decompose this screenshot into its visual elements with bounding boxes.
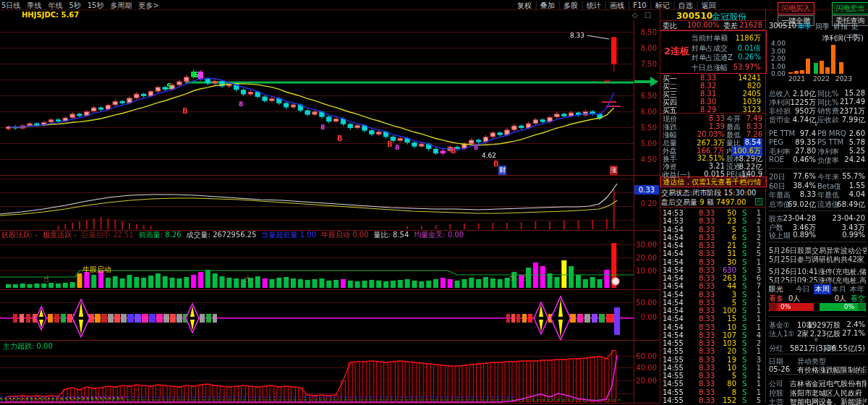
tick-count: 1 <box>757 364 761 372</box>
bull-pct: 0% <box>780 303 791 310</box>
bid-price: 8.32 <box>700 82 716 90</box>
bid-volume: 3123 <box>743 106 761 114</box>
tick-count: 7 <box>757 282 761 290</box>
financial-label: PS TTM <box>817 138 843 146</box>
menu-separator: │ <box>580 1 584 9</box>
performance-value: 68.49亿 <box>837 200 865 210</box>
tick-count: 2 <box>757 242 761 250</box>
bid-price: 8.33 <box>700 74 716 82</box>
f10-tab[interactable]: 财报 <box>833 22 848 32</box>
pointing-hand-icon: ☝ <box>522 272 527 283</box>
indicator-header-item: 成交量: 2672956.25 <box>187 231 257 239</box>
tick-count: 1 <box>757 226 761 234</box>
indicator-header-item: 当量超前量 1.00 <box>262 231 316 239</box>
performance-value: 1.55 <box>849 182 865 189</box>
holder-value: 23-04-20 <box>833 214 865 222</box>
mini-chart-bar <box>794 71 799 74</box>
tick-side: S <box>742 364 746 372</box>
tick-side: S <box>742 380 746 388</box>
tick-count: 1 <box>757 209 761 217</box>
tick-side: S <box>742 266 746 274</box>
mini-chart-bar <box>839 62 843 74</box>
bear-bar-icon <box>857 302 866 311</box>
finance-report-flag[interactable]: 财 <box>498 166 506 175</box>
axis-label: 50.00 <box>636 299 657 307</box>
quote-value: 7.49 <box>746 114 762 122</box>
mini-chart-bar <box>788 72 793 74</box>
period-menu-item[interactable]: 5日线 <box>1 1 20 9</box>
financial-label: PE TTM <box>769 129 795 137</box>
sentiment-tab[interactable]: 今日 <box>796 284 810 294</box>
period-menu-item[interactable]: 15秒 <box>88 1 104 9</box>
chart-tool-item[interactable]: 画线 <box>610 1 624 9</box>
financial-value: 5.78 <box>849 138 865 146</box>
tick-volume: 6 <box>732 234 736 242</box>
chart-tool-item[interactable]: 多股 <box>563 1 578 9</box>
period-menu-item[interactable]: 季线 <box>27 1 41 9</box>
high-price-label: 8.33 <box>570 32 584 39</box>
tick-side: S <box>742 323 746 331</box>
axis-label: 30.00 <box>636 241 657 249</box>
f10-tab[interactable]: 同季 <box>815 22 830 32</box>
bid-volume: 820 <box>747 82 761 90</box>
chart-tool-item[interactable]: 统计 <box>587 1 601 9</box>
corner-icons[interactable]: ◇ □ <box>632 11 653 19</box>
sentiment-tab[interactable]: 本月 <box>832 284 846 294</box>
flash-buy-button[interactable]: 闪电买入 <box>778 2 814 14</box>
tick-time: 14:55 <box>663 339 684 347</box>
sentiment-tab[interactable]: 本周 <box>814 284 831 294</box>
axis-label: 0.20 <box>641 200 657 208</box>
financial-value: 15.28 <box>844 89 865 97</box>
menu-separator: │ <box>534 1 538 9</box>
sentiment-tab[interactable]: 本年 <box>850 284 864 294</box>
tick-volume: 5 <box>732 372 736 380</box>
calendar-icon[interactable]: 日 <box>755 198 762 205</box>
limit-up-flag[interactable]: 涨 <box>610 166 618 175</box>
main-chart-canvas[interactable] <box>0 20 634 404</box>
period-menu-item[interactable]: 年线 <box>48 1 62 9</box>
indicator-value: 5.67 <box>61 11 80 19</box>
chart-tool-item[interactable]: 复权 <box>517 1 532 9</box>
divider <box>660 30 765 30</box>
f10-divider <box>768 242 867 242</box>
period-menu-item[interactable]: 5秒 <box>69 1 80 9</box>
period-menu-item[interactable]: 多周期 <box>110 1 132 9</box>
period-menu-item[interactable]: 更多> <box>138 1 158 9</box>
tick-time: 14:55 <box>663 356 684 364</box>
eight-marker: 8 <box>320 124 325 131</box>
institution-value: 2家 <box>797 329 809 339</box>
expand-arrow-icon[interactable]: ∨ <box>814 120 819 127</box>
menu-separator: │ <box>603 1 608 9</box>
f10-tab[interactable]: 单季 <box>797 22 812 32</box>
bear-bar: 0% <box>820 303 866 311</box>
chart-tool-item[interactable]: F10 <box>633 1 646 9</box>
menu-separator: │ <box>626 1 631 9</box>
buy-signal-marker: B <box>182 107 188 115</box>
tick-volume: 80 <box>727 380 736 388</box>
chart-tool-item[interactable]: 标记 <box>655 1 670 9</box>
tick-volume: 3 <box>732 291 736 299</box>
tick-side: S <box>742 258 746 266</box>
tick-side: S <box>742 226 746 234</box>
performance-value: 38.4% <box>793 182 816 189</box>
quote-value: 8.33 <box>709 114 725 122</box>
tick-volume: 10 <box>727 323 736 331</box>
institution-value: 2.4% <box>847 320 865 328</box>
limit-info-value: 0.26% <box>738 53 761 61</box>
chart-tool-item[interactable]: 叠加 <box>540 1 555 9</box>
mini-chart-bar <box>820 61 824 74</box>
divider <box>0 403 660 404</box>
f10-tab[interactable]: 更多.. <box>851 22 868 42</box>
price-axis-label: 8.50 <box>641 28 657 36</box>
bid-volume: 1039 <box>743 98 761 106</box>
axis-label: 20.00 <box>636 377 657 385</box>
expand-arrow-icon[interactable]: ∨ <box>814 336 819 343</box>
quote-label: 收益(一) <box>663 170 690 180</box>
tick-price: 8.33 <box>699 347 715 355</box>
tick-side: S <box>742 217 746 225</box>
mini-chart-ylabel: 1.00 <box>771 63 786 70</box>
flash-sell-button[interactable]: 闪电卖出 <box>832 2 868 14</box>
indicator-header-item: 前高量: 8.26 <box>139 231 182 239</box>
chart-tool-item[interactable]: 返回 <box>702 1 716 9</box>
chart-tool-item[interactable]: 自选 <box>678 1 693 9</box>
